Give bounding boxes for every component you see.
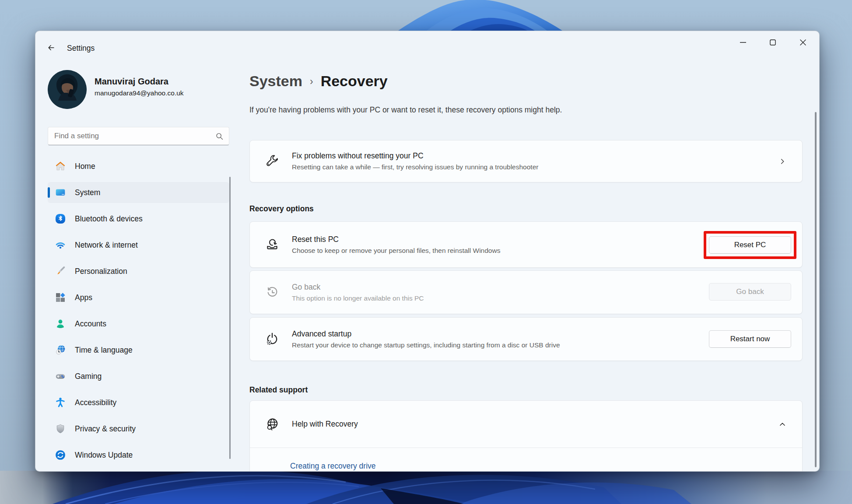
breadcrumb: System › Recovery [249, 70, 388, 91]
fix-problems-card[interactable]: Fix problems without resetting your PC R… [249, 140, 803, 182]
web-search-icon [265, 417, 280, 432]
bluetooth-icon [55, 213, 66, 224]
sidebar-scrollbar[interactable] [229, 177, 231, 459]
help-expander[interactable]: Help with Recovery [250, 401, 802, 448]
close-icon [799, 39, 806, 46]
globe-clock-icon [55, 344, 66, 356]
go-back-subtitle: This option is no longer available on th… [292, 294, 424, 302]
avatar-photo [48, 70, 87, 109]
minimize-icon [740, 39, 747, 46]
advanced-startup-subtitle: Restart your device to change startup se… [292, 341, 560, 349]
sidebar-item-label: Apps [75, 293, 92, 302]
reset-pc-icon [265, 237, 280, 252]
user-email: manugodara94@yahoo.co.uk [95, 89, 184, 97]
search-icon[interactable] [215, 132, 224, 141]
selected-accent-bar [48, 187, 50, 198]
avatar[interactable] [48, 70, 87, 109]
chevron-up-icon [778, 420, 787, 429]
wifi-icon [55, 239, 66, 251]
person-icon [55, 318, 66, 329]
sidebar-item-windows-update[interactable]: Windows Update [48, 444, 229, 466]
recovery-drive-link[interactable]: Creating a recovery drive [290, 462, 376, 470]
go-back-button[interactable]: Go back [709, 283, 791, 301]
maximize-button[interactable] [763, 35, 783, 50]
sidebar-item-label: Time & language [75, 346, 133, 355]
content-scrollbar[interactable] [815, 112, 817, 467]
wrench-icon [265, 154, 280, 169]
back-arrow-icon [47, 42, 56, 53]
sidebar-item-label: Bluetooth & devices [75, 214, 143, 224]
sidebar-item-personalization[interactable]: Personalization [48, 261, 229, 282]
back-button[interactable] [44, 41, 58, 55]
sidebar-item-accessibility[interactable]: Accessibility [48, 392, 229, 413]
sidebar-item-privacy-security[interactable]: Privacy & security [48, 418, 229, 439]
reset-pc-title: Reset this PC [292, 235, 500, 244]
sidebar-item-system[interactable]: System [48, 182, 229, 203]
breadcrumb-parent[interactable]: System [249, 73, 302, 90]
reset-pc-button[interactable]: Reset PC [709, 236, 791, 254]
sidebar-item-label: Gaming [75, 372, 102, 381]
close-button[interactable] [793, 35, 813, 50]
sidebar-item-network-internet[interactable]: Network & internet [48, 234, 229, 256]
go-back-card: Go back This option is no longer availab… [249, 270, 803, 314]
page-title: Recovery [321, 73, 388, 90]
sidebar-item-label: Privacy & security [75, 424, 136, 434]
fix-problems-subtitle: Resetting can take a while — first, try … [292, 163, 538, 171]
advanced-startup-icon [265, 332, 280, 346]
window-title: Settings [67, 44, 95, 53]
help-title: Help with Recovery [292, 420, 358, 429]
advanced-startup-card: Advanced startup Restart your device to … [249, 317, 803, 361]
sidebar-item-label: Accessibility [75, 398, 116, 407]
gamepad-icon [55, 371, 66, 382]
section-related-support: Related support [249, 385, 308, 395]
sidebar-item-apps[interactable]: Apps [48, 287, 229, 308]
breadcrumb-separator-icon: › [310, 76, 313, 88]
sidebar-item-label: Network & internet [75, 241, 138, 250]
page-intro: If you're having problems with your PC o… [249, 105, 562, 115]
wallpaper-bloom-bottom [0, 471, 852, 504]
wallpaper-bloom-top [385, 0, 613, 31]
section-recovery-options: Recovery options [249, 204, 314, 214]
fix-problems-title: Fix problems without resetting your PC [292, 151, 538, 161]
user-name: Manuviraj Godara [95, 77, 168, 87]
sidebar-item-label: Windows Update [75, 451, 133, 460]
sidebar-item-time-language[interactable]: Time & language [48, 340, 229, 360]
restart-now-button[interactable]: Restart now [709, 330, 791, 348]
settings-window: Settings Manuviraj Godara manugodara94@y… [35, 31, 820, 472]
go-back-title: Go back [292, 283, 424, 292]
home-icon [55, 161, 66, 172]
accessibility-icon [55, 397, 66, 408]
search-box [48, 127, 229, 145]
sidebar-item-label: System [75, 188, 100, 197]
minimize-button[interactable] [733, 35, 753, 50]
reset-pc-card: Reset this PC Choose to keep or remove y… [249, 221, 803, 268]
shield-icon [55, 423, 66, 434]
chevron-right-icon [778, 157, 787, 166]
sidebar-item-home[interactable]: Home [48, 156, 229, 177]
update-icon [55, 449, 66, 461]
advanced-startup-title: Advanced startup [292, 329, 560, 339]
sidebar-item-gaming[interactable]: Gaming [48, 366, 229, 387]
system-icon [55, 187, 66, 198]
search-input[interactable] [48, 127, 229, 145]
maximize-icon [769, 39, 776, 46]
go-back-history-icon [265, 285, 280, 300]
help-card: Help with Recovery Creating a recovery d… [249, 400, 803, 472]
sidebar-item-label: Accounts [75, 319, 106, 329]
sidebar-item-label: Home [75, 162, 95, 171]
brush-icon [55, 266, 66, 277]
sidebar-item-bluetooth-devices[interactable]: Bluetooth & devices [48, 208, 229, 229]
sidebar-item-accounts[interactable]: Accounts [48, 313, 229, 334]
apps-icon [55, 292, 66, 303]
sidebar-item-label: Personalization [75, 267, 127, 276]
reset-pc-subtitle: Choose to keep or remove your personal f… [292, 247, 500, 255]
